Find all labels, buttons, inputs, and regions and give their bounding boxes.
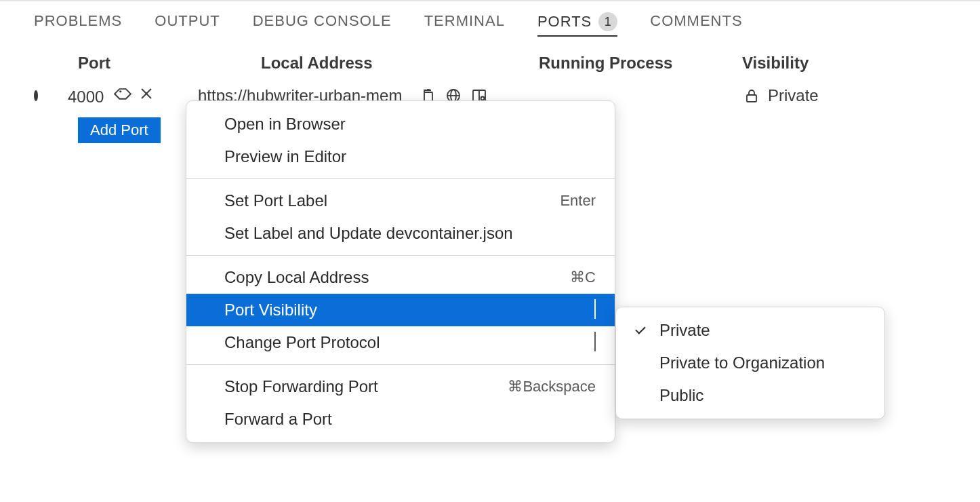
menu-label: Change Port Protocol [224,333,380,352]
ports-table-header: Port Local Address Running Process Visib… [0,43,980,82]
menu-divider [186,178,615,179]
menu-label: Open in Browser [224,115,346,134]
port-visibility-submenu: Private Private to Organization Public [615,307,885,419]
tab-problems[interactable]: PROBLEMS [34,12,122,33]
menu-preview-in-editor[interactable]: Preview in Editor [186,140,615,173]
check-icon [632,329,649,332]
menu-label: Stop Forwarding Port [224,377,378,396]
port-number: 4000 [38,85,183,107]
edit-label-icon[interactable] [114,85,131,102]
menu-label: Preview in Editor [224,147,346,166]
tab-terminal[interactable]: TERMINAL [424,12,505,33]
menu-open-in-browser[interactable]: Open in Browser [186,108,615,140]
header-port: Port [0,54,183,73]
menu-label: Forward a Port [224,410,332,429]
chevron-right-icon [594,333,596,352]
port-status-indicator [0,90,38,101]
port-number-text: 4000 [68,88,104,106]
ports-count-badge: 1 [598,12,617,31]
menu-copy-local-address[interactable]: Copy Local Address ⌘C [186,261,615,294]
tab-debug-console[interactable]: DEBUG CONSOLE [253,12,392,33]
menu-label: Port Visibility [224,301,317,320]
menu-shortcut: ⌘C [570,269,596,286]
visibility-text: Private [768,86,819,105]
svg-point-9 [481,97,485,100]
close-icon[interactable] [140,87,153,100]
add-port-button[interactable]: Add Port [78,117,161,143]
submenu-public[interactable]: Public [616,379,884,412]
menu-divider [186,364,615,365]
menu-port-visibility[interactable]: Port Visibility [186,294,615,326]
svg-point-0 [119,90,121,92]
chevron-right-icon [594,301,596,320]
submenu-label: Public [659,386,703,405]
header-visibility: Visibility [742,54,980,73]
menu-stop-forwarding-port[interactable]: Stop Forwarding Port ⌘Backspace [186,370,615,403]
tab-comments[interactable]: COMMENTS [650,12,742,33]
menu-label: Set Label and Update devcontainer.json [224,224,513,243]
tab-bar: PROBLEMS OUTPUT DEBUG CONSOLE TERMINAL P… [0,1,980,43]
menu-change-port-protocol[interactable]: Change Port Protocol [186,326,615,359]
tab-ports[interactable]: PORTS 1 [537,12,617,37]
visibility-cell: Private [742,86,819,105]
menu-shortcut: ⌘Backspace [508,378,596,395]
submenu-private-org[interactable]: Private to Organization [616,347,884,379]
menu-set-label-devcontainer[interactable]: Set Label and Update devcontainer.json [186,217,615,250]
menu-forward-a-port[interactable]: Forward a Port [186,403,615,436]
menu-shortcut: Enter [560,192,596,210]
menu-divider [186,255,615,256]
port-context-menu: Open in Browser Preview in Editor Set Po… [186,100,615,443]
tab-ports-label: PORTS [537,13,592,31]
lock-icon [743,88,760,104]
menu-label: Set Port Label [224,191,327,210]
submenu-private[interactable]: Private [616,314,884,347]
header-running-process: Running Process [539,54,742,73]
submenu-label: Private [659,321,710,340]
menu-label: Copy Local Address [224,268,369,287]
submenu-label: Private to Organization [659,353,825,372]
tab-output[interactable]: OUTPUT [155,12,220,33]
svg-rect-10 [747,95,756,102]
header-local-address: Local Address [183,54,539,73]
menu-set-port-label[interactable]: Set Port Label Enter [186,185,615,217]
